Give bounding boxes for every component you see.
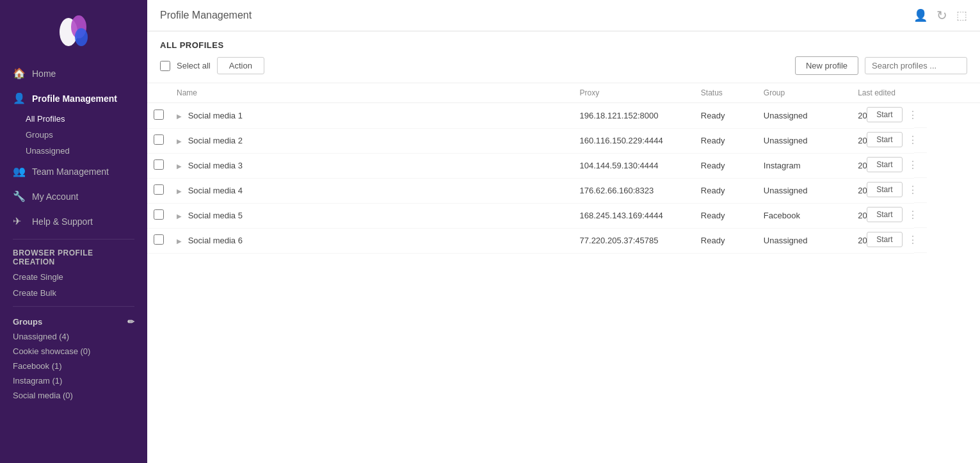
row-group-4: Facebook	[757, 203, 851, 228]
row-group-1: Unassigned	[757, 128, 851, 153]
row-status-0: Ready	[695, 103, 757, 129]
row-group-2: Instagram	[757, 153, 851, 178]
sidebar-create-bulk[interactable]: Create Bulk	[0, 285, 147, 301]
row-proxy-5: 77.220.205.37:45785	[574, 228, 695, 253]
svg-point-2	[75, 28, 88, 46]
sidebar-group-facebook[interactable]: Facebook (1)	[0, 359, 147, 373]
select-all-checkbox[interactable]	[160, 61, 170, 71]
sidebar-nav-home[interactable]: 🏠 Home	[0, 61, 147, 86]
sidebar-sub-unassigned[interactable]: Unassigned	[0, 143, 147, 159]
start-button-1[interactable]: Start	[867, 132, 902, 147]
logout-topbar-icon[interactable]: ⬚	[956, 8, 967, 22]
sidebar-group-instagram[interactable]: Instagram (1)	[0, 373, 147, 388]
table-row: ▶ Social media 5 168.245.143.169:4444 Re…	[147, 203, 980, 228]
user-topbar-icon[interactable]: 👤	[913, 8, 928, 22]
sidebar-nav-profile-management[interactable]: 👤 Profile Management	[0, 86, 147, 111]
row-status-2: Ready	[695, 153, 757, 178]
search-input[interactable]	[865, 57, 967, 74]
expand-arrow-2[interactable]: ▶	[177, 163, 182, 170]
row-name-2: Social media 3	[188, 161, 243, 170]
row-group-0: Unassigned	[757, 103, 851, 129]
expand-arrow-5[interactable]: ▶	[177, 238, 182, 245]
start-button-2[interactable]: Start	[867, 157, 902, 172]
table-row: ▶ Social media 2 160.116.150.229:4444 Re…	[147, 128, 980, 153]
row-status-5: Ready	[695, 228, 757, 253]
sidebar-nav-team-management[interactable]: 👥 Team Management	[0, 159, 147, 184]
row-name-4: Social media 5	[188, 211, 243, 220]
sidebar-nav-my-account[interactable]: 🔧 My Account	[0, 184, 147, 209]
start-button-0[interactable]: Start	[867, 107, 902, 122]
app-logo	[0, 0, 147, 61]
col-header-proxy: Proxy	[574, 83, 695, 103]
col-header-actions	[914, 83, 980, 103]
sidebar-create-single[interactable]: Create Single	[0, 269, 147, 285]
sidebar-sub-all-profiles[interactable]: All Profiles	[0, 111, 147, 127]
sidebar-sub-groups[interactable]: Groups	[0, 127, 147, 143]
row-checkbox-1[interactable]	[154, 134, 164, 145]
main-content: Profile Management 👤 ↻ ⬚ ALL PROFILES Se…	[147, 0, 980, 463]
sidebar: 🏠 Home 👤 Profile Management All Profiles…	[0, 0, 147, 463]
expand-arrow-0[interactable]: ▶	[177, 113, 182, 120]
edit-groups-icon[interactable]: ✏	[127, 317, 134, 327]
row-checkbox-3[interactable]	[154, 184, 164, 195]
row-proxy-2: 104.144.59.130:4444	[574, 153, 695, 178]
more-options-icon-5[interactable]: ⋮	[905, 234, 920, 246]
row-status-4: Ready	[695, 203, 757, 228]
row-status-1: Ready	[695, 128, 757, 153]
row-name-5: Social media 6	[188, 236, 243, 245]
all-profiles-header: ALL PROFILES	[147, 31, 980, 56]
expand-arrow-1[interactable]: ▶	[177, 138, 182, 145]
toolbar: Select all Action New profile	[147, 56, 980, 83]
top-bar: Profile Management 👤 ↻ ⬚	[147, 0, 980, 31]
settings-icon: 🔧	[13, 190, 26, 202]
more-options-icon-1[interactable]: ⋮	[905, 134, 920, 146]
refresh-topbar-icon[interactable]: ↻	[936, 8, 947, 23]
expand-arrow-4[interactable]: ▶	[177, 213, 182, 220]
more-options-icon-2[interactable]: ⋮	[905, 159, 920, 171]
row-name-0: Social media 1	[188, 111, 243, 120]
row-checkbox-4[interactable]	[154, 209, 164, 220]
col-header-status: Status	[695, 83, 757, 103]
row-checkbox-5[interactable]	[154, 234, 164, 245]
col-header-group: Group	[757, 83, 851, 103]
browser-profile-creation-label: Browser Profile Creation	[0, 245, 147, 269]
new-profile-button[interactable]: New profile	[795, 56, 858, 75]
more-options-icon-4[interactable]: ⋮	[905, 209, 920, 221]
start-button-4[interactable]: Start	[867, 207, 902, 222]
send-icon: ✈	[13, 215, 26, 227]
row-checkbox-2[interactable]	[154, 159, 164, 170]
page-title: Profile Management	[160, 10, 252, 21]
expand-arrow-3[interactable]: ▶	[177, 188, 182, 195]
table-header-row: Name Proxy Status Group Last edited	[147, 83, 980, 103]
row-proxy-3: 176.62.66.160:8323	[574, 178, 695, 203]
team-icon: 👥	[13, 165, 26, 177]
table-row: ▶ Social media 4 176.62.66.160:8323 Read…	[147, 178, 980, 203]
start-button-3[interactable]: Start	[867, 182, 902, 197]
row-name-1: Social media 2	[188, 136, 243, 145]
row-group-5: Unassigned	[757, 228, 851, 253]
sidebar-group-social-media[interactable]: Social media (0)	[0, 388, 147, 403]
table-row: ▶ Social media 3 104.144.59.130:4444 Rea…	[147, 153, 980, 178]
col-header-name: Name	[170, 83, 574, 103]
more-options-icon-0[interactable]: ⋮	[905, 109, 920, 121]
row-proxy-4: 168.245.143.169:4444	[574, 203, 695, 228]
more-options-icon-3[interactable]: ⋮	[905, 184, 920, 196]
table-row: ▶ Social media 1 196.18.121.152:8000 Rea…	[147, 103, 980, 129]
groups-section-header: Groups ✏	[0, 312, 147, 329]
row-name-3: Social media 4	[188, 186, 243, 195]
profile-icon: 👤	[13, 92, 26, 104]
sidebar-group-cookie[interactable]: Cookie showcase (0)	[0, 344, 147, 359]
row-proxy-0: 196.18.121.152:8000	[574, 103, 695, 129]
row-proxy-1: 160.116.150.229:4444	[574, 128, 695, 153]
home-icon: 🏠	[13, 67, 26, 79]
action-button[interactable]: Action	[217, 57, 264, 74]
select-all-label[interactable]: Select all	[177, 61, 211, 70]
top-bar-icons: 👤 ↻ ⬚	[913, 8, 967, 23]
row-checkbox-0[interactable]	[154, 110, 164, 120]
sidebar-group-unassigned[interactable]: Unassigned (4)	[0, 329, 147, 344]
start-button-5[interactable]: Start	[867, 232, 902, 247]
sidebar-nav-help-support[interactable]: ✈ Help & Support	[0, 209, 147, 234]
table-row: ▶ Social media 6 77.220.205.37:45785 Rea…	[147, 228, 980, 253]
content-area: ALL PROFILES Select all Action New profi…	[147, 31, 980, 463]
row-status-3: Ready	[695, 178, 757, 203]
